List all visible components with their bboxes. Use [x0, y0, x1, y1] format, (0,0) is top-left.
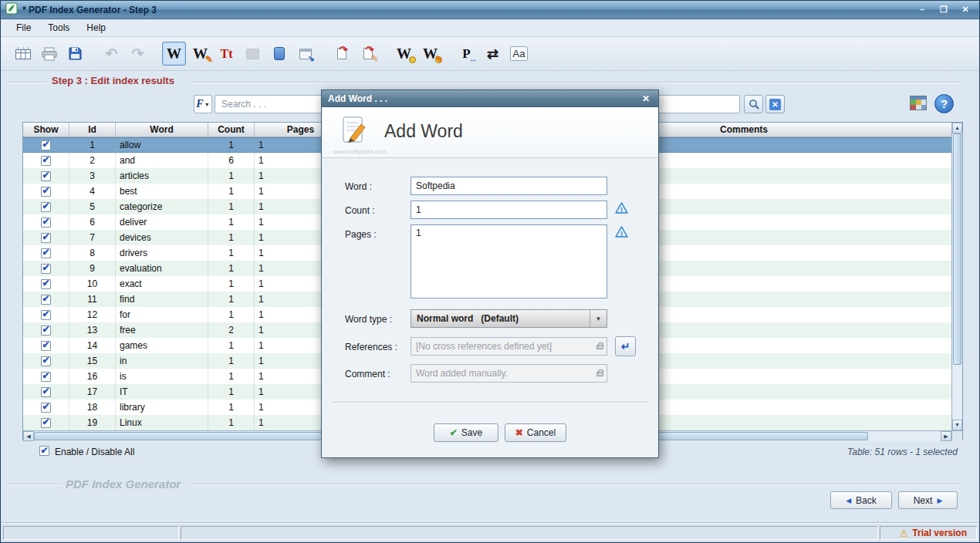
row-checkbox[interactable]: ✔: [41, 140, 51, 150]
search-filter-button[interactable]: F ▼: [194, 95, 212, 113]
col-id[interactable]: Id: [69, 123, 116, 137]
vertical-scroll-thumb[interactable]: [953, 133, 961, 365]
toolbar-buttons: ↶↷WW✎Tt↘↷↷✎WW✎P↔⇄Aa: [8, 42, 531, 66]
status-cell-middle: [181, 526, 878, 540]
font-settings-icon: Aa: [510, 46, 529, 61]
count-input[interactable]: [411, 201, 607, 219]
show-cell: ✔: [23, 276, 69, 292]
minimize-button[interactable]: –: [913, 3, 931, 16]
row-checkbox[interactable]: ✔: [41, 403, 51, 413]
dialog-close-button[interactable]: ✕: [640, 93, 652, 104]
count-label: Count :: [345, 205, 375, 216]
row-checkbox[interactable]: ✔: [41, 202, 51, 212]
insert-page-button[interactable]: ↘: [293, 42, 317, 66]
dialog-titlebar[interactable]: Add Word . . . ✕: [322, 90, 658, 107]
scroll-left-icon[interactable]: ◀: [23, 431, 34, 441]
menu-tools[interactable]: Tools: [40, 20, 77, 35]
titlebar: * PDF Index Generator - Step 3 – ❐ ✕: [1, 1, 979, 19]
add-page-button[interactable]: [267, 42, 291, 66]
menu-help[interactable]: Help: [79, 20, 113, 35]
edit-text-button[interactable]: Tt: [215, 42, 238, 66]
save-button[interactable]: [63, 42, 87, 66]
col-word[interactable]: Word: [116, 123, 208, 137]
row-checkbox[interactable]: ✔: [41, 187, 51, 197]
row-checkbox[interactable]: ✔: [41, 387, 51, 397]
word-cell: devices: [116, 230, 208, 245]
print-button[interactable]: [37, 42, 61, 66]
row-checkbox[interactable]: ✔: [41, 295, 51, 305]
vertical-scrollbar[interactable]: ▲ ▼: [951, 123, 962, 430]
cancel-button[interactable]: ✖ Cancel: [505, 423, 566, 442]
redo-button[interactable]: ↷: [126, 42, 150, 66]
scroll-down-icon[interactable]: ▼: [952, 420, 962, 430]
scroll-corner: [951, 431, 962, 441]
find-word-button[interactable]: W: [392, 42, 416, 66]
id-cell: 8: [69, 245, 116, 261]
clear-search-button[interactable]: ✕: [765, 95, 785, 113]
export-table-button[interactable]: [910, 96, 927, 113]
back-button[interactable]: ◀ Back: [830, 491, 892, 509]
page-links-button[interactable]: P↔: [455, 42, 478, 66]
row-checkbox[interactable]: ✔: [41, 233, 51, 243]
row-checkbox[interactable]: ✔: [41, 372, 51, 382]
row-checkbox[interactable]: ✔: [41, 356, 51, 366]
cancel-label: Cancel: [527, 427, 556, 438]
row-checkbox[interactable]: ✔: [41, 218, 51, 228]
row-checkbox[interactable]: ✔: [41, 325, 51, 336]
row-checkbox[interactable]: ✔: [41, 418, 51, 428]
close-button[interactable]: ✕: [956, 3, 975, 16]
back-label: Back: [856, 495, 877, 506]
combo-arrow-icon[interactable]: ▼: [590, 310, 607, 327]
add-cross-reference-button[interactable]: ↷: [329, 42, 353, 66]
word-cell: IT: [116, 384, 208, 400]
word-type-select[interactable]: Normal word (Default) ▼: [411, 309, 607, 328]
row-checkbox[interactable]: ✔: [41, 279, 51, 289]
find-edit-word-icon: W✎: [423, 46, 438, 61]
search-button[interactable]: [744, 95, 763, 113]
id-cell: 2: [69, 153, 116, 168]
word-input[interactable]: [411, 177, 607, 195]
show-cell: ✔: [23, 137, 69, 153]
statusbar: ⚠ Trial version: [1, 523, 979, 542]
swap-entries-button[interactable]: ⇄: [481, 42, 505, 66]
count-cell: 1: [208, 384, 255, 400]
dialog-title: Add Word . . .: [328, 93, 387, 104]
show-cell: ✔: [23, 292, 69, 307]
save-button[interactable]: ✔ Save: [434, 423, 498, 442]
scroll-up-icon[interactable]: ▲: [952, 123, 962, 133]
menu-file[interactable]: File: [8, 20, 39, 35]
font-settings-button[interactable]: Aa: [507, 42, 531, 66]
row-checkbox[interactable]: ✔: [41, 341, 51, 351]
row-checkbox[interactable]: ✔: [41, 264, 51, 274]
row-checkbox[interactable]: ✔: [41, 310, 51, 320]
add-reference-button[interactable]: ↵: [615, 336, 636, 356]
count-cell: 1: [208, 245, 255, 261]
edit-cross-reference-button[interactable]: ↷✎: [356, 42, 380, 66]
add-word-dialog: Add Word . . . ✕ Add Word www.softpedia.…: [321, 89, 659, 458]
merge-words-button[interactable]: [241, 42, 265, 66]
add-word-icon: W: [167, 46, 181, 61]
row-checkbox[interactable]: ✔: [41, 248, 51, 258]
col-count[interactable]: Count: [208, 123, 255, 137]
row-checkbox[interactable]: ✔: [41, 156, 51, 166]
find-edit-word-button[interactable]: W✎: [418, 42, 442, 66]
id-cell: 1: [69, 137, 116, 153]
maximize-button[interactable]: ❐: [934, 3, 953, 16]
scroll-right-icon[interactable]: ▶: [941, 431, 951, 441]
table-columns-button[interactable]: [11, 42, 35, 66]
row-checkbox[interactable]: ✔: [41, 171, 51, 181]
pages-textarea[interactable]: 1: [411, 224, 607, 298]
enable-all-checkbox[interactable]: ✔: [39, 446, 49, 456]
edit-word-button[interactable]: W✎: [188, 42, 212, 66]
x-icon: ✖: [515, 427, 523, 438]
help-button[interactable]: ?: [934, 94, 954, 113]
word-cell: find: [116, 292, 208, 307]
undo-button[interactable]: ↶: [100, 42, 123, 66]
enable-all-label[interactable]: Enable / Disable All: [55, 447, 134, 457]
count-cell: 1: [208, 307, 255, 322]
next-button[interactable]: Next ▶: [898, 491, 958, 509]
add-word-button[interactable]: W: [162, 42, 186, 66]
check-icon: ✔: [42, 310, 49, 318]
status-cell-trial: ⚠ Trial version: [880, 526, 977, 540]
col-show[interactable]: Show: [23, 123, 69, 137]
